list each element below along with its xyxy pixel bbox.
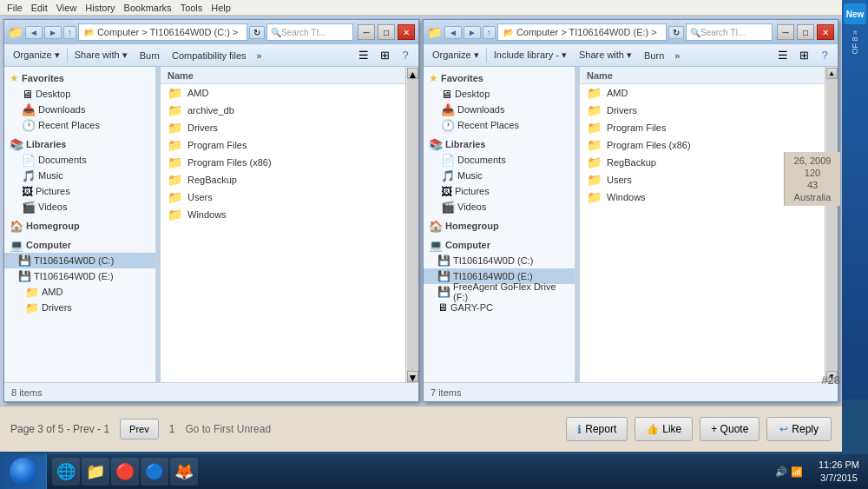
scrollbar-c[interactable]: ▲ ▼ (405, 67, 418, 382)
menu-tools[interactable]: Tools (177, 3, 207, 13)
folder-row[interactable]: 📁archive_db (161, 102, 405, 119)
nav-up-e[interactable]: ↑ (483, 26, 496, 39)
win-maximize-c[interactable]: □ (378, 24, 395, 40)
new-badge[interactable]: New (844, 3, 866, 24)
folder-row[interactable]: 📁Drivers (161, 119, 405, 136)
report-btn[interactable]: ℹ Report (566, 417, 628, 441)
nav-drivers-c[interactable]: 📁 Drivers (4, 300, 155, 315)
view-list-c[interactable]: ☰ (354, 46, 373, 65)
breadcrumb-e[interactable]: 📂 Computer > TI106164W0D (E:) > (497, 23, 667, 41)
nav-forward-c[interactable]: ► (44, 26, 62, 39)
breadcrumb-c[interactable]: 📂 Computer > TI106164W0D (C:) > (78, 23, 247, 41)
nav-refresh-e[interactable]: ↻ (668, 26, 684, 39)
nav-desktop-e[interactable]: 🖥 Desktop (424, 86, 575, 102)
folder-row[interactable]: 📁AMD (580, 84, 825, 102)
nav-up-c[interactable]: ↑ (63, 26, 76, 39)
organize-btn-e[interactable]: Organize ▾ (427, 46, 484, 65)
taskbar-folder-icon[interactable]: 📁 (82, 458, 109, 486)
nav-documents-e[interactable]: 📄 Documents (424, 152, 575, 168)
help-btn-e[interactable]: ? (815, 46, 834, 65)
burn-btn-c[interactable]: Burn (135, 46, 165, 65)
win-close-e[interactable]: ✕ (817, 24, 834, 40)
nav-music-e[interactable]: 🎵 Music (424, 168, 575, 183)
burn-btn-e[interactable]: Burn (639, 46, 669, 65)
nav-back-c[interactable]: ◄ (25, 26, 43, 39)
nav-videos-c[interactable]: 🎬 Videos (4, 199, 155, 215)
nav-downloads-c[interactable]: 📥 Downloads (4, 102, 155, 117)
quote-btn[interactable]: + Quote (700, 417, 760, 441)
more-btn-c[interactable]: » (253, 46, 266, 65)
like-btn[interactable]: 👍 Like (635, 417, 693, 441)
reply-btn[interactable]: ↩ Reply (766, 417, 832, 441)
win-close-c[interactable]: ✕ (398, 24, 415, 40)
nav-pictures-e[interactable]: 🖼 Pictures (424, 183, 575, 199)
scroll-up-c[interactable]: ▲ (407, 68, 418, 79)
search-box-c[interactable]: 🔍 Search TI... (266, 23, 353, 41)
nav-favorites-c[interactable]: ★ Favorites (4, 70, 155, 86)
nav-videos-e[interactable]: 🎬 Videos (424, 199, 575, 215)
nav-homegroup-e[interactable]: 🏠 Homegroup (424, 218, 575, 234)
scroll-down-c[interactable]: ▼ (407, 371, 418, 382)
folder-row[interactable]: 📁Users (161, 188, 405, 206)
nav-drive-e-c[interactable]: 💾 TI106164W0D (E:) (4, 268, 155, 284)
folder-row[interactable]: 📁Program Files (161, 136, 405, 154)
tray-volume[interactable]: 🔊 (775, 466, 787, 478)
share-btn-e[interactable]: Share with ▾ (574, 46, 637, 65)
prev-btn[interactable]: Prev (120, 419, 159, 439)
include-library-btn-e[interactable]: Include library - ▾ (489, 46, 572, 65)
taskbar-ie2-icon[interactable]: 🔵 (141, 458, 168, 486)
nav-favorites-e[interactable]: ★ Favorites (424, 70, 575, 86)
scrollbar-e[interactable]: ▲ ▼ (825, 67, 838, 382)
taskbar-firefox-icon[interactable]: 🦊 (170, 458, 198, 486)
menu-help[interactable]: Help (207, 3, 234, 13)
more-btn-e[interactable]: » (671, 46, 683, 65)
nav-downloads-e[interactable]: 📥 Downloads (424, 102, 575, 117)
nav-libraries-c[interactable]: 📚 Libraries (4, 136, 155, 152)
scroll-up-e[interactable]: ▲ (826, 68, 838, 79)
menu-history[interactable]: History (82, 3, 118, 13)
nav-drive-c-selected[interactable]: 💾 TI106164W0D (C:) (4, 253, 155, 268)
menu-edit[interactable]: Edit (28, 3, 51, 13)
nav-recent-e[interactable]: 🕐 Recent Places (424, 117, 575, 133)
nav-computer-e[interactable]: 💻 Computer (424, 237, 575, 253)
view-icons-e[interactable]: ⊞ (794, 46, 813, 65)
nav-freeagent-e[interactable]: 💾 FreeAgent GoFlex Drive (F:) (424, 284, 575, 300)
view-list-e[interactable]: ☰ (773, 46, 792, 65)
folder-row[interactable]: 📁Drivers (580, 102, 825, 119)
nav-amd-c[interactable]: 📁 AMD (4, 284, 155, 300)
compat-btn-c[interactable]: Compatibility files (167, 46, 252, 65)
taskbar-ie-icon[interactable]: 🌐 (52, 458, 80, 486)
nav-back-e[interactable]: ◄ (444, 26, 462, 39)
menu-file[interactable]: File (3, 3, 26, 13)
win-minimize-c[interactable]: ─ (358, 24, 375, 40)
taskbar-chrome-icon[interactable]: 🔴 (111, 458, 139, 486)
tray-network[interactable]: 📶 (791, 466, 803, 478)
win-minimize-e[interactable]: ─ (777, 24, 794, 40)
folder-row[interactable]: 📁Windows (161, 206, 405, 223)
nav-pictures-c[interactable]: 🖼 Pictures (4, 183, 155, 199)
nav-recent-c[interactable]: 🕐 Recent Places (4, 117, 155, 133)
folder-row[interactable]: 📁Program Files (x86) (161, 154, 405, 171)
view-icons-c[interactable]: ⊞ (375, 46, 394, 65)
folder-row[interactable]: 📁AMD (161, 84, 405, 102)
search-box-e[interactable]: 🔍 Search TI... (686, 23, 773, 41)
nav-libraries-e[interactable]: 📚 Libraries (424, 136, 575, 152)
nav-drive-c-e[interactable]: 💾 TI106164W0D (C:) (424, 253, 575, 268)
share-btn-c[interactable]: Share with ▾ (69, 46, 133, 65)
start-button[interactable] (0, 454, 47, 489)
nav-forward-e[interactable]: ► (464, 26, 481, 39)
folder-row[interactable]: 📁RegBackup (161, 171, 405, 188)
nav-homegroup-c[interactable]: 🏠 Homegroup (4, 218, 155, 234)
menu-view[interactable]: View (53, 3, 81, 13)
win-maximize-e[interactable]: □ (797, 24, 814, 40)
nav-computer-c[interactable]: 💻 Computer (4, 237, 155, 253)
nav-documents-c[interactable]: 📄 Documents (4, 152, 155, 168)
nav-refresh-c[interactable]: ↻ (249, 26, 265, 39)
help-btn-c[interactable]: ? (396, 46, 415, 65)
nav-desktop-c[interactable]: 🖥 Desktop (4, 86, 155, 102)
folder-row[interactable]: 📁Program Files (580, 119, 825, 136)
organize-btn-c[interactable]: Organize ▾ (8, 46, 65, 65)
nav-music-c[interactable]: 🎵 Music (4, 168, 155, 183)
folder-row[interactable]: 📁Program Files (x86) (580, 136, 825, 154)
menu-bookmarks[interactable]: Bookmarks (121, 3, 175, 13)
